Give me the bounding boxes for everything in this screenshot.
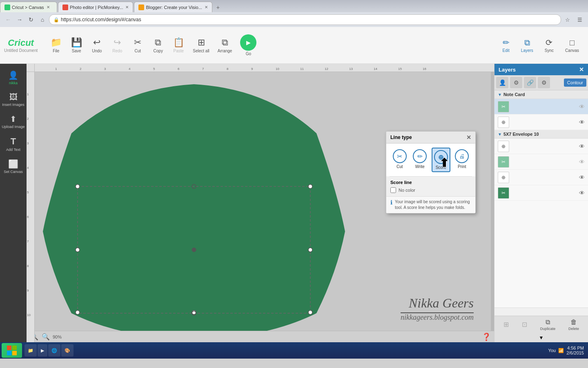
home-button[interactable]: ⌂ (38, 15, 47, 25)
cut-label: Cut (134, 49, 141, 53)
undo-button[interactable]: ↩ Undo (87, 35, 107, 56)
left-sidebar: 👤 nikka 🖼 Insert Images ⬆ Upload Image T… (0, 64, 27, 342)
go-button[interactable]: ▶ Go (236, 32, 261, 58)
layer-nc2-icon: ⊕ (501, 119, 506, 125)
edit-label: Edit (503, 48, 510, 53)
insert-images-label: Insert Images (2, 103, 24, 107)
taskbar-explorer[interactable]: 📁 (24, 344, 37, 357)
layer-thumb-env1: ⊕ (498, 141, 509, 152)
layer-item-env3[interactable]: ⊕ 👁 (494, 170, 588, 185)
line-type-write[interactable]: ✏ Write (411, 148, 428, 172)
layer-env3-visibility[interactable]: 👁 (579, 174, 585, 181)
copy-button[interactable]: ⧉ Copy (148, 35, 168, 56)
layers-toolbar: 👤 ⚙ 🔗 ⚙ Contour (494, 75, 588, 90)
tab-picmonkey-label: Photo editor | PicMonkey... (70, 5, 123, 10)
contour-button[interactable]: Contour (564, 79, 586, 87)
layers-tool-4[interactable]: ⚙ (538, 77, 550, 88)
layers-footer: ⊞ ⊡ ⧉ Duplicate 🗑 Delete (494, 316, 588, 333)
layer-env2-visibility[interactable]: 👁 (579, 159, 585, 165)
sidebar-item-upload-image[interactable]: ⬆ Upload Image (0, 111, 27, 132)
layers-tool-1[interactable]: 👤 (496, 77, 508, 88)
select-all-label: Select all (193, 49, 209, 53)
no-color-checkbox[interactable] (390, 187, 396, 193)
canvas-right-button[interactable]: □ Canvas (560, 36, 584, 55)
arrange-label: Arrange (218, 49, 232, 53)
address-box[interactable]: 🔒 https://us.cricut.com/design/#/canvas (49, 14, 561, 25)
layers-button[interactable]: ⧉ Layers (516, 36, 538, 55)
layer-item-env1[interactable]: ⊕ 👁 (494, 139, 588, 154)
layer-item-env2[interactable]: ✂ 👁 (494, 154, 588, 170)
layer-item-env4[interactable]: ✂ 👁 (494, 185, 588, 201)
select-all-icon: ⊞ (198, 37, 205, 48)
layer-item-nc1[interactable]: ✂ 👁 (494, 99, 588, 114)
line-type-print[interactable]: 🖨 Print (453, 148, 470, 172)
settings-icon[interactable]: ☰ (575, 15, 585, 25)
cricut-favicon (4, 4, 10, 10)
taskbar-items: 📁 ▶ 🌐 🎨 (22, 344, 548, 357)
layer-thumb-env3: ⊕ (498, 172, 509, 183)
refresh-button[interactable]: ↻ (26, 15, 36, 25)
taskbar-paint[interactable]: 🎨 (61, 344, 74, 357)
help-button[interactable]: ❓ (482, 332, 491, 341)
layers-panel-close[interactable]: ✕ (579, 66, 584, 73)
score-option-label: Score (436, 165, 446, 170)
svg-point-8 (76, 310, 80, 314)
layer-env1-visibility[interactable]: 👁 (579, 143, 585, 150)
sidebar-item-set-canvas[interactable]: ⬜ Set Canvas (0, 156, 27, 177)
canvas-wrapper[interactable]: 1 2 3 4 5 6 7 8 9 10 11 12 13 14 15 16 (27, 64, 494, 342)
vertical-scrollbar[interactable] (491, 72, 494, 342)
sidebar-item-insert-images[interactable]: 🖼 Insert Images (0, 89, 27, 110)
layer-group-envelope-header[interactable]: ▼ 5X7 Envelope 10 (494, 130, 588, 139)
user-avatar[interactable]: 👤 nikka (0, 67, 27, 88)
arrange-icon: ⧉ (222, 37, 228, 48)
tab-picmonkey[interactable]: Photo editor | PicMonkey... ✕ (58, 2, 133, 12)
forward-button[interactable]: → (15, 15, 24, 25)
layer-nc2-visibility[interactable]: 👁 (579, 119, 585, 126)
layers-btn-2[interactable]: ⊡ (522, 321, 527, 329)
redo-button[interactable]: ↪ Redo (107, 35, 127, 56)
print-circle-icon: 🖨 (455, 149, 469, 163)
zoom-in-button[interactable]: 🔍 (41, 332, 50, 341)
toolbar-right: ✏ Edit ⧉ Layers ⟳ Sync □ Canvas (498, 35, 584, 55)
layers-btn-1[interactable]: ⊞ (503, 321, 509, 329)
bookmark-star-icon[interactable]: ☆ (563, 15, 572, 25)
tab-blogger[interactable]: Blogger: Create your Visio... ✕ (134, 2, 212, 12)
tab-picmonkey-close[interactable]: ✕ (125, 5, 129, 9)
line-type-cut[interactable]: ✂ Cut (391, 148, 408, 172)
paste-button[interactable]: 📋 Paste (168, 35, 189, 56)
go-label: Go (246, 52, 251, 56)
back-button[interactable]: ← (3, 15, 13, 25)
line-type-score[interactable]: ⊕ Score (432, 148, 450, 172)
duplicate-button[interactable]: ⧉ Duplicate (540, 319, 556, 331)
sidebar-item-add-text[interactable]: T Add Text (0, 133, 27, 155)
select-all-button[interactable]: ⊞ Select all (189, 35, 214, 56)
dialog-header: Line type ✕ (386, 132, 475, 144)
sync-button[interactable]: ⟳ Sync (540, 35, 559, 55)
tab-cricut[interactable]: Cricut > Canvas ✕ (0, 2, 57, 12)
layer-nc1-visibility[interactable]: 👁 (579, 103, 585, 110)
save-button[interactable]: 💾 Save (66, 35, 87, 56)
taskbar-media[interactable]: ▶ (38, 344, 47, 357)
layers-scroll-down[interactable]: ▼ (494, 333, 588, 342)
tab-blogger-close[interactable]: ✕ (205, 5, 208, 9)
info-row: ℹ Your image will be scored using a scor… (386, 196, 475, 213)
new-tab-button[interactable]: + (213, 2, 223, 12)
delete-button[interactable]: 🗑 Delete (568, 319, 579, 331)
score-circle-icon: ⊕ (434, 150, 448, 164)
layers-tool-3[interactable]: 🔗 (524, 77, 536, 88)
dialog-title: Line type (390, 135, 412, 140)
layer-env4-visibility[interactable]: 👁 (579, 190, 585, 196)
start-button[interactable] (2, 343, 22, 358)
dialog-close-button[interactable]: ✕ (466, 134, 471, 141)
layer-group-note-card-header[interactable]: ▼ Note Card (494, 90, 588, 99)
layers-tool-2[interactable]: ⚙ (510, 77, 522, 88)
taskbar-chrome[interactable]: 🌐 (48, 344, 60, 357)
tab-cricut-close[interactable]: ✕ (47, 5, 50, 9)
file-button[interactable]: 📁 File (46, 35, 66, 56)
edit-button[interactable]: ✏ Edit (498, 35, 514, 55)
canvas-right-label: Canvas (565, 48, 579, 53)
toolbar: Cricut Untitled Document 📁 File 💾 Save ↩… (0, 27, 588, 64)
cut-button[interactable]: ✂ Cut (127, 35, 148, 56)
layer-item-nc2[interactable]: ⊕ 👁 (494, 114, 588, 130)
arrange-button[interactable]: ⧉ Arrange (214, 35, 236, 56)
